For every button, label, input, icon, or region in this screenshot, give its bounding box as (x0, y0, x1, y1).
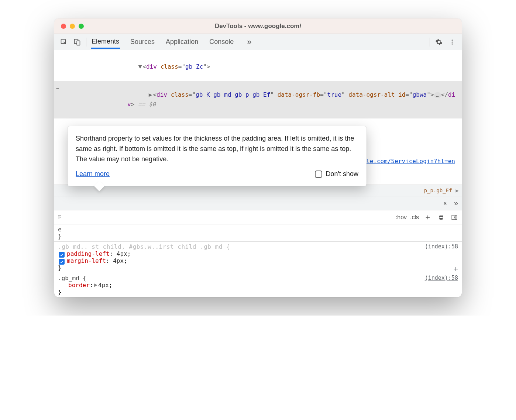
expand-shorthand-icon[interactable]: ▶ (94, 281, 97, 288)
css-declaration[interactable]: border:▶4px; (58, 282, 458, 289)
tab-sources[interactable]: Sources (130, 36, 155, 48)
titlebar: DevTools - www.google.com/ (54, 18, 462, 34)
styles-subtab-bar: s » (54, 196, 462, 210)
chevron-right-icon[interactable]: ▶ (456, 187, 459, 193)
dom-node[interactable]: ▼<div class="gb_Zc"> (54, 52, 462, 81)
svg-point-3 (452, 39, 453, 41)
breadcrumb-item[interactable]: p_p.gb_Ef (424, 187, 452, 193)
tooltip-text: Shorthand property to set values for the… (76, 134, 358, 165)
separator (430, 38, 430, 47)
ellipsis-expand-icon[interactable]: … (434, 92, 441, 98)
tab-elements[interactable]: Elements (91, 35, 120, 49)
panel-tabs: Elements Sources Application Console » (91, 35, 427, 49)
maximize-window-button[interactable] (79, 24, 84, 29)
device-toggle-icon[interactable] (70, 35, 84, 49)
expand-triangle-icon[interactable]: ▶ (149, 90, 152, 100)
separator (86, 38, 86, 47)
rule-selector: .gb_md.. st child, #gbs.w..irst child .g… (58, 243, 230, 250)
svg-rect-7 (440, 215, 442, 217)
main-toolbar: Elements Sources Application Console » (54, 34, 462, 50)
window-title: DevTools - www.google.com/ (54, 23, 462, 30)
filter-placeholder[interactable]: F (57, 214, 392, 221)
minimize-window-button[interactable] (70, 24, 75, 29)
css-declaration[interactable]: padding-left: 4px; (58, 250, 458, 257)
computed-panel-icon[interactable] (450, 213, 459, 222)
kebab-menu-icon[interactable] (446, 35, 459, 49)
dom-node-selected[interactable]: ▶<div class="gb_K gb_md gb_p gb_Ef" data… (54, 81, 462, 118)
breadcrumb-bar: p_p.gb_Ef ▶ (54, 185, 462, 196)
dont-show-checkbox[interactable]: Don't show (315, 169, 358, 179)
print-icon[interactable] (437, 213, 446, 222)
add-declaration-icon[interactable]: + (454, 264, 458, 273)
svg-point-4 (452, 41, 453, 42)
traffic-lights (54, 24, 84, 29)
checkbox-icon[interactable] (315, 171, 322, 178)
css-property-tooltip: Shorthand property to set values for the… (68, 126, 367, 186)
settings-gear-icon[interactable] (432, 35, 446, 49)
css-declaration[interactable]: margin-left: 4px; (58, 257, 458, 264)
devtools-window: DevTools - www.google.com/ Elements Sour… (54, 18, 462, 297)
hover-toggle-icon[interactable]: :hov (397, 213, 406, 222)
expand-triangle-icon[interactable]: ▼ (138, 62, 142, 72)
tab-console[interactable]: Console (209, 36, 234, 48)
inspect-element-icon[interactable] (57, 35, 70, 49)
declaration-checkbox[interactable] (59, 259, 65, 265)
more-subtabs-icon[interactable]: » (454, 199, 458, 207)
svg-point-5 (452, 43, 453, 44)
element-style-block: e } (54, 224, 462, 242)
stylesheet-link[interactable]: (index):58 (425, 275, 458, 281)
stylesheet-link[interactable]: (index):58 (425, 243, 458, 250)
learn-more-link[interactable]: Learn more (76, 169, 110, 179)
rule-selector[interactable]: .gb_md { (58, 275, 86, 282)
declaration-checkbox[interactable] (59, 252, 65, 258)
subtab-partial[interactable]: s (443, 199, 447, 208)
more-tabs-icon[interactable]: » (244, 37, 254, 47)
close-window-button[interactable] (61, 24, 66, 29)
styles-toolbar: F :hov .cls (54, 210, 462, 224)
tab-application[interactable]: Application (165, 36, 199, 48)
add-rule-icon[interactable] (423, 213, 432, 222)
style-rule[interactable]: (index):58 .gb_md.. st child, #gbs.w..ir… (54, 242, 462, 273)
style-rule[interactable]: (index):58 .gb_md { border:▶4px; } (54, 273, 462, 297)
svg-rect-2 (77, 41, 80, 45)
class-toggle-icon[interactable]: .cls (410, 213, 419, 222)
